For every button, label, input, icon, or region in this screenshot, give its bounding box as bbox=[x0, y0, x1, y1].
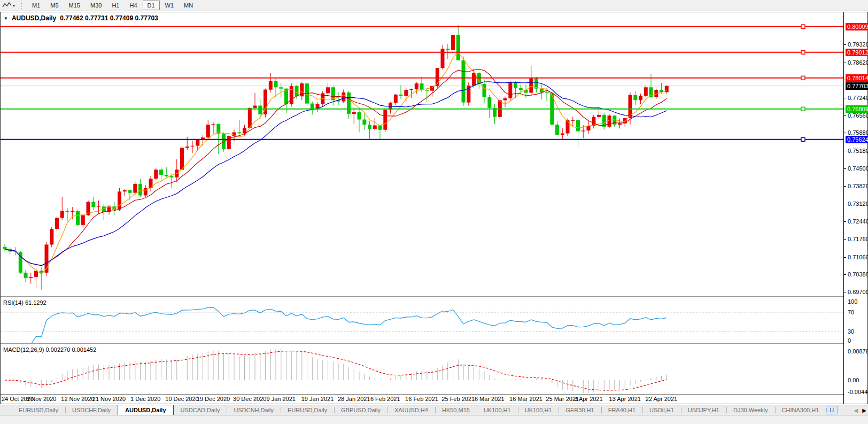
price-tick-label: 0.70380 bbox=[848, 271, 868, 278]
price-tick-mark bbox=[844, 168, 846, 169]
chart-symbol-label: AUDUSD,Daily bbox=[12, 14, 56, 22]
hline-price-badge: 0.80009 bbox=[846, 23, 868, 30]
dropdown-caret-icon[interactable]: ▾ bbox=[13, 3, 15, 8]
date-axis-label: 25 Feb 2021 bbox=[441, 396, 475, 402]
timeframe-button-M15[interactable]: M15 bbox=[64, 1, 85, 10]
price-tick-label: 0.76560 bbox=[848, 112, 868, 119]
date-axis-label: 16 Feb 2021 bbox=[405, 396, 438, 402]
timeframe-button-H1[interactable]: H1 bbox=[107, 1, 124, 10]
status-bar bbox=[0, 415, 868, 424]
rsi-axis-label: 100 bbox=[848, 298, 857, 305]
price-tick-mark bbox=[844, 239, 846, 240]
tab-scroll-arrows: ◀▶ bbox=[854, 405, 866, 415]
price-tick-mark bbox=[844, 257, 846, 258]
price-tick-mark bbox=[844, 221, 846, 222]
chart-tab-hk50-m15[interactable]: HK50,M15 bbox=[435, 405, 477, 415]
chart-tab-ger30-h1[interactable]: GER30,H1 bbox=[559, 405, 601, 415]
timeframe-button-group: M1M5M15M30H1H4D1W1MN bbox=[27, 1, 198, 10]
date-axis-label: 9 Jan 2021 bbox=[267, 396, 296, 402]
price-axis[interactable]: 0.793200.786200.779400.772400.765600.758… bbox=[843, 12, 867, 404]
timeframe-button-W1[interactable]: W1 bbox=[160, 1, 179, 10]
price-tick-label: 0.77240 bbox=[848, 95, 868, 102]
top-toolbar: ▾ M1M5M15M30H1H4D1W1MN bbox=[0, 0, 868, 11]
collapse-triangle-icon[interactable]: ▼ bbox=[4, 16, 8, 21]
chart-tab-fra40-h1[interactable]: FRA40,H1 bbox=[601, 405, 642, 415]
pane-splitter-rsi-macd[interactable] bbox=[1, 343, 843, 344]
date-axis-label: 6 Mar 2021 bbox=[475, 396, 505, 402]
pane-splitter-main-rsi[interactable] bbox=[1, 296, 843, 297]
chart-tab-usdchf-daily[interactable]: USDCHF,Daily bbox=[65, 405, 118, 415]
chart-tab-eurusd-daily[interactable]: EURUSD,Daily bbox=[12, 405, 65, 415]
price-tick-label: 0.75180 bbox=[848, 148, 868, 155]
price-tick-mark bbox=[844, 274, 846, 275]
price-tick-label: 0.78620 bbox=[848, 59, 868, 66]
toolbar-drag-grip[interactable] bbox=[20, 2, 23, 9]
timeframe-button-H4[interactable]: H4 bbox=[125, 1, 142, 10]
price-tick-mark bbox=[844, 204, 846, 204]
price-tick-mark bbox=[844, 44, 846, 45]
tab-scroll-left-icon[interactable]: ◀ bbox=[854, 407, 858, 413]
price-tick-mark bbox=[844, 98, 846, 98]
rsi-axis-label: 0 bbox=[848, 337, 851, 344]
chart-line-icon[interactable] bbox=[2, 2, 12, 9]
chart-tab-china300-h1[interactable]: CHINA300,H1 bbox=[775, 405, 826, 415]
timeframe-button-M5[interactable]: M5 bbox=[45, 1, 63, 10]
rsi-pane-canvas[interactable] bbox=[1, 298, 843, 343]
chart-title: ▼ AUDUSD,Daily 0.77462 0.77731 0.77409 0… bbox=[4, 14, 158, 22]
chart-tab-uk100-h1[interactable]: UK100,H1 bbox=[518, 405, 559, 415]
date-axis-label: 1 Dec 2020 bbox=[130, 396, 160, 402]
timeframe-button-MN[interactable]: MN bbox=[179, 1, 198, 10]
date-axis-label: 12 Nov 2020 bbox=[61, 396, 94, 402]
date-axis-label: 19 Jan 2021 bbox=[301, 396, 334, 402]
main-chart-canvas[interactable] bbox=[1, 13, 843, 296]
date-axis[interactable]: 24 Oct 20203 Nov 202012 Nov 202021 Nov 2… bbox=[1, 395, 843, 404]
chart-tab-eurusd-daily[interactable]: EURUSD,Daily bbox=[281, 405, 334, 415]
price-tick-mark bbox=[844, 115, 846, 116]
hline-price-badge: 0.79012 bbox=[846, 49, 868, 56]
timeframe-button-D1[interactable]: D1 bbox=[143, 1, 160, 10]
price-tick-label: 0.73120 bbox=[848, 201, 868, 207]
price-tick-mark bbox=[844, 186, 846, 187]
rsi-axis-label: 30 bbox=[848, 328, 854, 335]
price-tick-label: 0.71760 bbox=[848, 236, 868, 243]
price-tick-label: 0.72440 bbox=[848, 218, 868, 225]
macd-pane-canvas[interactable] bbox=[1, 345, 843, 394]
price-tick-label: 0.71060 bbox=[848, 254, 868, 261]
price-tick-label: 0.74500 bbox=[848, 165, 868, 172]
chart-tab-usoil-h1[interactable]: USOil,H1 bbox=[642, 405, 681, 415]
price-tick-label: 0.79320 bbox=[848, 41, 868, 48]
chart-tab-usdcad-daily[interactable]: USDCAD,Daily bbox=[174, 405, 227, 415]
hline-price-badge: 0.78014 bbox=[846, 74, 868, 82]
price-tick-label: 0.69700 bbox=[848, 289, 868, 296]
timeframe-button-M1[interactable]: M1 bbox=[27, 1, 45, 10]
rsi-indicator-label: RSI(14) 61.1292 bbox=[3, 299, 46, 306]
hline-price-badge: 0.76809 bbox=[846, 105, 868, 113]
date-axis-label: 10 Dec 2020 bbox=[165, 396, 198, 402]
rsi-axis-label: 70 bbox=[848, 309, 854, 315]
date-axis-label: 6 Feb 2021 bbox=[370, 396, 400, 402]
tab-scroll-right-icon[interactable]: ▶ bbox=[862, 407, 866, 413]
chart-tab-audusd-daily[interactable]: AUDUSD,Daily bbox=[118, 405, 173, 415]
date-axis-label: 30 Dec 2020 bbox=[233, 396, 266, 402]
macd-indicator-label: MACD(12,26,9) 0.002270 0.001452 bbox=[3, 346, 96, 353]
chart-tab-usdjpy-h1[interactable]: USDJPY,H1 bbox=[681, 405, 726, 415]
price-tick-label: 0.73820 bbox=[848, 183, 868, 190]
timeframe-button-M30[interactable]: M30 bbox=[86, 1, 106, 10]
chart-tab-dj30-weekly[interactable]: DJ30,Weekly bbox=[726, 405, 775, 415]
chart-tab-bar: EURUSD,DailyUSDCHF,DailyAUDUSD,DailyUSDC… bbox=[0, 405, 868, 415]
date-axis-label: 21 Nov 2020 bbox=[92, 396, 126, 402]
price-tick-mark bbox=[844, 292, 846, 292]
chart-tab-uk100-h1[interactable]: UK100,H1 bbox=[477, 405, 518, 415]
chart-ohlc-values: 0.77462 0.77731 0.77409 0.77703 bbox=[60, 14, 158, 22]
chart-tab-gbpusd-daily[interactable]: GBPUSD,Daily bbox=[334, 405, 387, 415]
price-tick-mark bbox=[844, 133, 846, 133]
chart-tab-usdcnh-daily[interactable]: USDCNH,Daily bbox=[227, 405, 281, 415]
date-axis-label: 16 Mar 2021 bbox=[509, 396, 542, 402]
current-price-badge: 0.77703 bbox=[846, 82, 868, 90]
date-axis-label: 3 Apr 2021 bbox=[574, 396, 602, 402]
macd-axis-label: 0.008782 bbox=[848, 348, 868, 354]
chart-tab-xauusd-h4[interactable]: XAUUSD,H4 bbox=[387, 405, 435, 415]
chart-tab-partial[interactable]: U bbox=[826, 406, 838, 414]
date-axis-label: 28 Jan 2021 bbox=[338, 396, 370, 402]
hline-price-badge: 0.75624 bbox=[846, 136, 868, 143]
